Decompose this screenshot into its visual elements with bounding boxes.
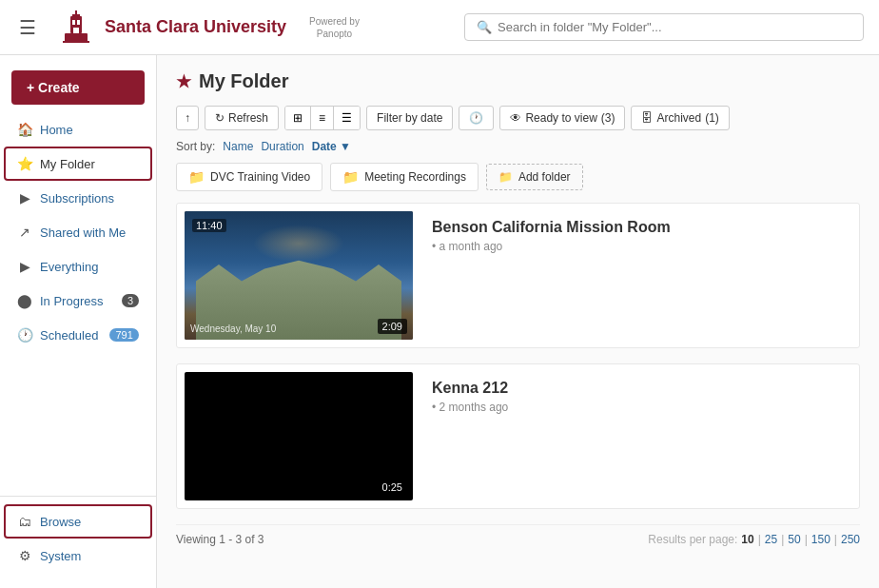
sidebar: + Create 🏠 Home ⭐ My Folder ▶ Subscripti…	[0, 55, 157, 588]
video-date-stamp: Wednesday, May 10	[190, 323, 276, 334]
topbar: ☰ Santa Clara University Powered by Pano…	[0, 0, 879, 55]
folder-dvc-training[interactable]: 📁 DVC Training Video	[176, 163, 322, 191]
svg-rect-8	[63, 41, 89, 43]
ready-to-view-button[interactable]: 👁 Ready to view (3)	[499, 106, 625, 130]
sort-name-button[interactable]: Name	[223, 140, 253, 153]
sort-date-button[interactable]: Date ▼	[312, 140, 351, 153]
svg-rect-2	[75, 10, 77, 16]
in-progress-link[interactable]: In Progress	[40, 294, 103, 308]
list-detail-view-button[interactable]: ≡	[311, 107, 334, 129]
divider: |	[758, 533, 761, 546]
sidebar-item-scheduled[interactable]: 🕐 Scheduled 791	[0, 318, 156, 352]
scheduled-icon: 🕐	[17, 327, 32, 343]
create-button[interactable]: + Create	[11, 70, 145, 105]
clock-button[interactable]: 🕐	[459, 106, 494, 130]
in-progress-icon: ⬤	[17, 293, 32, 308]
per-page-10[interactable]: 10	[741, 533, 753, 546]
add-folder-button[interactable]: 📁 Add folder	[486, 164, 583, 190]
main-layout: + Create 🏠 Home ⭐ My Folder ▶ Subscripti…	[0, 55, 879, 588]
subscriptions-icon: ▶	[17, 190, 32, 206]
video-title: Benson California Mission Room	[432, 219, 848, 236]
sidebar-item-home[interactable]: 🏠 Home	[0, 112, 156, 147]
video-item-benson[interactable]: 11:40 Wednesday, May 10 2:09 Benson Cali…	[176, 203, 860, 348]
browse-link[interactable]: Browse	[40, 515, 81, 529]
sort-duration-button[interactable]: Duration	[261, 140, 303, 153]
folder-star-icon: ★	[176, 71, 191, 92]
filter-date-button[interactable]: Filter by date	[366, 106, 453, 130]
system-link[interactable]: System	[40, 549, 81, 563]
search-bar[interactable]: 🔍	[464, 13, 864, 41]
logo-area: Santa Clara University	[55, 7, 286, 49]
grid-view-button[interactable]: ⊞	[285, 107, 311, 129]
video-title: Kenna 212	[432, 380, 848, 397]
divider: |	[834, 533, 837, 546]
per-page-25[interactable]: 25	[765, 533, 777, 546]
logo-text: Santa Clara University	[105, 17, 286, 37]
svg-rect-6	[73, 28, 79, 33]
search-input[interactable]	[498, 20, 851, 34]
subscriptions-link[interactable]: Subscriptions	[40, 191, 114, 206]
video-duration-badge: 0:25	[378, 480, 407, 495]
scheduled-link[interactable]: Scheduled	[40, 328, 98, 343]
svg-rect-5	[77, 20, 80, 25]
sort-bar: Sort by: Name Duration Date ▼	[176, 140, 860, 153]
per-page-50[interactable]: 50	[788, 533, 800, 546]
sidebar-item-in-progress[interactable]: ⬤ In Progress 3	[0, 284, 156, 318]
archive-icon: 🗄	[641, 111, 653, 125]
per-page-group: Results per page: 10 | 25 | 50 | 150 | 2…	[648, 533, 860, 546]
add-folder-label: Add folder	[518, 170, 571, 184]
list-view-button[interactable]: ☰	[334, 107, 360, 129]
eye-icon: 👁	[510, 111, 521, 125]
browse-icon: 🗂	[17, 514, 32, 529]
refresh-button[interactable]: ↻ Refresh	[205, 106, 279, 130]
page-title-area: ★ My Folder	[176, 70, 860, 92]
refresh-icon: ↻	[215, 111, 225, 125]
folder-meeting-recordings[interactable]: 📁 Meeting Recordings	[330, 163, 479, 191]
shared-link[interactable]: Shared with Me	[40, 225, 126, 240]
folder-gray-icon: 📁	[342, 169, 359, 185]
folder-dvc-label: DVC Training Video	[210, 170, 310, 184]
sidebar-item-everything[interactable]: ▶ Everything	[0, 249, 156, 284]
viewing-text: Viewing 1 - 3 of 3	[176, 533, 264, 546]
divider: |	[805, 533, 808, 546]
star-icon: ⭐	[17, 156, 32, 171]
sidebar-nav: 🏠 Home ⭐ My Folder ▶ Subscriptions ↗ Sha…	[0, 112, 156, 496]
home-link[interactable]: Home	[40, 123, 73, 137]
add-folder-icon: 📁	[498, 170, 513, 184]
sidebar-item-my-folder[interactable]: ⭐ My Folder	[4, 147, 152, 181]
sort-by-label: Sort by:	[176, 140, 215, 153]
video-info-benson: Benson California Mission Room a month a…	[428, 211, 851, 340]
sidebar-item-shared-with-me[interactable]: ↗ Shared with Me	[0, 215, 156, 249]
sidebar-item-browse[interactable]: 🗂 Browse	[4, 504, 152, 539]
up-button[interactable]: ↑	[176, 106, 199, 130]
sidebar-item-system[interactable]: ⚙ System	[0, 539, 156, 573]
page-title: My Folder	[199, 70, 288, 92]
per-page-150[interactable]: 150	[811, 533, 830, 546]
folder-meeting-label: Meeting Recordings	[364, 170, 466, 184]
per-page-250[interactable]: 250	[841, 533, 860, 546]
video-item-kenna[interactable]: 0:25 Kenna 212 2 months ago	[176, 363, 860, 509]
sidebar-item-subscriptions[interactable]: ▶ Subscriptions	[0, 181, 156, 215]
hamburger-button[interactable]: ☰	[15, 12, 40, 43]
powered-by: Powered by Panopto	[309, 15, 360, 40]
scheduled-badge: 791	[109, 328, 138, 342]
university-logo-icon	[55, 7, 97, 49]
video-meta: a month ago	[432, 240, 848, 253]
archived-button[interactable]: 🗄 Archived (1)	[631, 106, 729, 130]
my-folder-label: My Folder	[40, 157, 95, 171]
video-time-label: 11:40	[192, 219, 226, 232]
share-icon: ↗	[17, 225, 32, 240]
video-thumbnail-kenna: 0:25	[185, 372, 413, 500]
folder-red-icon: 📁	[188, 169, 205, 185]
video-thumbnail-benson: 11:40 Wednesday, May 10 2:09	[185, 211, 413, 340]
video-info-kenna: Kenna 212 2 months ago	[428, 372, 851, 500]
toolbar: ↑ ↻ Refresh ⊞ ≡ ☰ Filter by date 🕐 👁 Rea…	[176, 106, 860, 130]
folder-row: 📁 DVC Training Video 📁 Meeting Recording…	[176, 163, 860, 191]
in-progress-badge: 3	[122, 294, 139, 307]
everything-link[interactable]: Everything	[40, 260, 98, 274]
everything-icon: ▶	[17, 259, 32, 274]
per-page-label: Results per page:	[648, 533, 737, 546]
home-icon: 🏠	[17, 122, 32, 137]
divider: |	[781, 533, 784, 546]
video-meta: 2 months ago	[432, 401, 848, 414]
